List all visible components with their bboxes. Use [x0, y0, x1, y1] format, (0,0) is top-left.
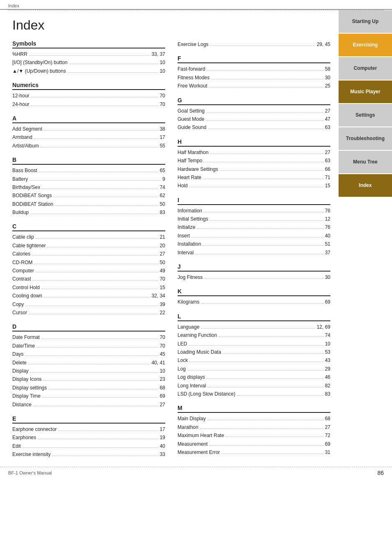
- entry-name: Hardware Settings: [178, 165, 218, 173]
- index-entry: Learning Function74: [178, 331, 330, 339]
- entry-page: 58: [325, 65, 330, 73]
- entry-dots: [29, 55, 150, 56]
- entry-page: 10: [160, 58, 165, 67]
- entry-dots: [41, 147, 158, 147]
- index-entry: Computer49: [12, 267, 165, 275]
- entry-page: 10: [160, 367, 165, 375]
- entry-name: Cooling down: [12, 292, 42, 300]
- entry-page: 12: [325, 215, 330, 223]
- index-entry: Hold15: [178, 182, 330, 190]
- index-entry: Armband17: [12, 133, 165, 141]
- entry-page: 83: [325, 390, 330, 398]
- entry-name: Measurement Error: [178, 448, 220, 456]
- entry-dots: [208, 387, 323, 387]
- entry-dots: [53, 197, 158, 197]
- entry-name: Artist/Album: [12, 142, 39, 150]
- index-entry: Guest Mode47: [178, 115, 330, 123]
- entry-page: 82: [325, 382, 330, 390]
- index-entry: Information76: [178, 207, 330, 215]
- entry-name: Battery: [12, 175, 28, 183]
- entry-dots: [204, 279, 323, 279]
- entry-page: 69: [160, 392, 165, 400]
- tab-settings[interactable]: Settings: [339, 104, 392, 127]
- section-header-m: M: [178, 405, 330, 413]
- entry-dots: [29, 314, 158, 314]
- footer-manual: BF-1 Owner's Manual: [8, 470, 52, 475]
- entry-page: 37: [325, 249, 330, 257]
- entry-name: LSD (Long Slow Distance): [178, 390, 235, 398]
- section-header-a: A: [12, 115, 165, 123]
- entry-dots: [30, 214, 158, 214]
- entry-dots: [67, 72, 158, 73]
- index-entry: Edit40: [12, 442, 165, 450]
- index-entry: Add Segment38: [12, 125, 165, 133]
- index-entry: Copy39: [12, 300, 165, 309]
- tab-troubleshooting[interactable]: Troubleshooting: [339, 127, 392, 150]
- tab-menu-tree[interactable]: Menu Tree: [339, 151, 392, 173]
- index-entry: Jog Fitness30: [178, 273, 330, 281]
- entry-page: 25: [325, 82, 330, 90]
- entry-name: Cable clip: [12, 233, 34, 241]
- entry-dots: [206, 120, 323, 121]
- entry-dots: [207, 378, 323, 379]
- index-entry: Lock43: [178, 356, 330, 364]
- entry-dots: [204, 212, 323, 212]
- entry-name: %HRR: [12, 50, 28, 58]
- entry-dots: [210, 154, 323, 154]
- entry-name: Guest Mode: [178, 115, 204, 123]
- entry-name: Interval: [178, 249, 194, 257]
- entry-page: 46: [325, 373, 330, 381]
- entry-name: Add Segment: [12, 125, 42, 133]
- entry-name: Free Workout: [178, 82, 207, 90]
- index-entry: Initialize76: [178, 223, 330, 231]
- tab-computer[interactable]: Computer: [339, 57, 392, 80]
- section-header-j: J: [178, 263, 330, 272]
- entry-dots: [220, 170, 323, 171]
- index-entry: Cable clip21: [12, 233, 165, 241]
- entry-dots: [42, 289, 158, 289]
- entry-dots: [208, 129, 323, 129]
- entry-dots: [32, 280, 158, 281]
- tab-starting-up[interactable]: Starting Up: [339, 10, 392, 33]
- index-entry: Cooling down32, 34: [12, 292, 165, 300]
- tab-index[interactable]: Index: [339, 174, 392, 197]
- entry-page: 27: [160, 401, 165, 409]
- index-entry: Log displays46: [178, 373, 330, 381]
- index-entry: 24-hour70: [12, 100, 165, 108]
- entry-page: 29, 45: [317, 40, 330, 48]
- entry-page: 15: [160, 283, 165, 292]
- entry-page: 19: [160, 433, 165, 442]
- entry-dots: [207, 70, 323, 71]
- breadcrumb: Index: [8, 3, 19, 8]
- entry-name: Learning Function: [178, 331, 217, 339]
- entry-page: 43: [325, 356, 330, 364]
- entry-name: [I/O] (Standby/On) button: [12, 58, 67, 67]
- entry-page: 50: [160, 258, 165, 267]
- entry-name: Lock: [178, 356, 188, 364]
- entry-dots: [209, 445, 323, 446]
- tab-exercising[interactable]: Exercising: [339, 34, 392, 56]
- section-header-numerics: Numerics: [12, 82, 165, 90]
- entry-dots: [44, 130, 158, 131]
- entry-name: Maximum Heart Rate: [178, 431, 224, 440]
- index-entry: Goal Setting27: [178, 107, 330, 115]
- entry-dots: [44, 297, 150, 297]
- index-entry: Initial Settings12: [178, 215, 330, 223]
- entry-name: Measurement: [178, 440, 208, 448]
- entry-page: 49: [160, 267, 165, 275]
- section-header-k: K: [178, 288, 330, 296]
- entry-name: Loading Music Data: [178, 348, 221, 356]
- entry-dots: [208, 420, 323, 420]
- tab-music-player[interactable]: Music Player: [339, 81, 392, 103]
- entry-page: 71: [325, 173, 330, 182]
- entry-dots: [195, 254, 323, 254]
- entry-name: Exercise Logs: [178, 40, 208, 48]
- entry-name: 12-hour: [12, 92, 29, 100]
- entry-dots: [200, 428, 323, 429]
- entry-name: 24-hour: [12, 100, 29, 108]
- index-entry: Loading Music Data53: [178, 348, 330, 356]
- entry-dots: [237, 395, 323, 396]
- entry-name: Calories: [12, 250, 30, 258]
- entry-dots: [25, 355, 158, 356]
- entry-name: Fitness Modes: [178, 74, 210, 82]
